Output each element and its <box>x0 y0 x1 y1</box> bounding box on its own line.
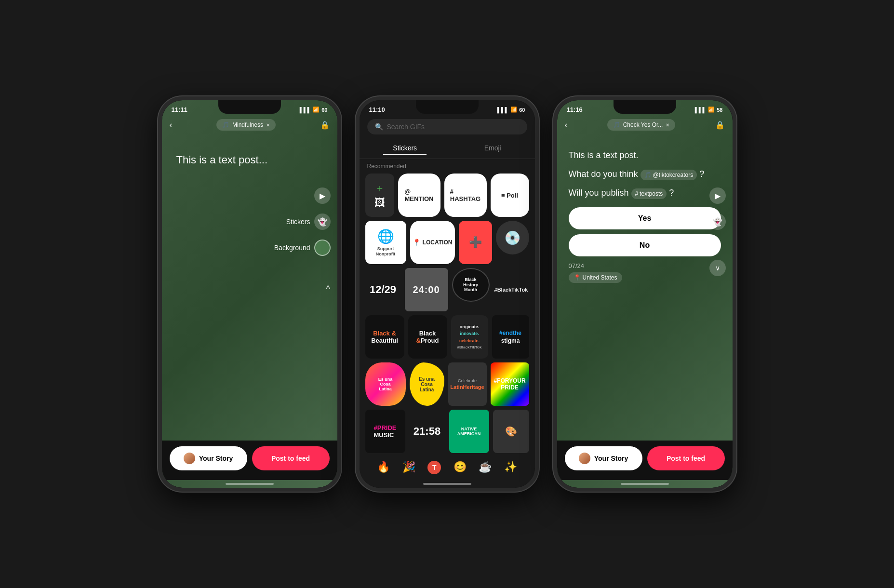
your-story-button-1[interactable]: Your Story <box>170 446 247 470</box>
sticker-cosa-latina-1[interactable]: Es unaCosaLatina <box>365 362 406 406</box>
for-pride-text: #FORYOURPRIDE <box>494 377 525 391</box>
sticker-blacktiktok[interactable]: #BlackTikTok <box>494 268 529 311</box>
stickers-control[interactable]: Stickers 👻 <box>274 214 331 230</box>
sticker-row-1: ＋ 🖼 @ MENTION # HASHTAG ≡ Poll <box>365 174 529 217</box>
sticker-black-beautiful[interactable]: Black & Beautiful <box>365 315 404 359</box>
stickers-icon[interactable]: 👻 <box>314 214 331 230</box>
sticker-medical[interactable]: ➕ <box>459 221 492 264</box>
stickers-label: Stickers <box>286 218 310 226</box>
emoji-fire[interactable]: 🔥 <box>377 461 390 474</box>
originate-hashtag: #BlackTikTok <box>457 345 482 350</box>
sticker-hashtag[interactable]: # HASHTAG <box>444 174 487 217</box>
sticker-latin-heritage[interactable]: Celebrate LatinHeritage <box>448 362 487 406</box>
search-input[interactable]: 🔍 Search GIFs <box>367 119 527 134</box>
location-pin-icon: 📍 <box>413 239 421 246</box>
music-label-3: Check Yes Or... <box>623 121 663 128</box>
sticker-tabs: Stickers Emoji <box>360 138 535 159</box>
stickers-control-3[interactable]: 👻 <box>709 214 726 230</box>
sticker-time[interactable]: 24:00 <box>405 268 448 311</box>
emoji-sparkle[interactable]: ✨ <box>504 461 517 474</box>
cosa-text2: Es unaCosaLatina <box>419 376 435 392</box>
location-tag-3: 📍 United States <box>569 272 622 283</box>
sticker-music-disc[interactable]: 💿 <box>496 221 529 254</box>
native-text: NATIVEAMERICAN <box>457 427 481 436</box>
top-bar-3: ‹ 🎵 Check Yes Or... ✕ 🔒 <box>557 115 733 134</box>
video-icon[interactable]: ▶ <box>314 187 331 204</box>
stickers-icon-3[interactable]: 👻 <box>709 214 726 230</box>
sticker-black-proud[interactable]: Black &Proud <box>408 315 447 359</box>
sticker-originate[interactable]: originate. innovate. celebrate. #BlackTi… <box>451 315 488 359</box>
sticker-poll[interactable]: ≡ Poll <box>491 174 529 217</box>
back-button-3[interactable]: ‹ <box>565 120 568 130</box>
originate-text3: celebrate. <box>459 338 480 344</box>
your-story-button-3[interactable]: Your Story <box>565 446 642 470</box>
sticker-row-4: Black & Beautiful Black &Proud originate… <box>365 315 529 359</box>
emoji-smile[interactable]: 😊 <box>454 461 467 474</box>
emoji-coffee[interactable]: ☕ <box>479 461 492 474</box>
status-time-3: 11:16 <box>567 106 583 113</box>
sticker-date[interactable]: 12/29 <box>365 268 401 311</box>
hash-icon: # <box>635 189 639 198</box>
sticker-add[interactable]: ＋ 🖼 <box>365 174 394 217</box>
textposts-tag[interactable]: # textposts <box>631 188 667 199</box>
music-icon-3: 🎵 <box>613 121 620 128</box>
music-pill-1[interactable]: 🎵 Mindfulness ✕ <box>216 119 276 131</box>
video-control-3[interactable]: ▶ <box>709 187 726 204</box>
signal-icon-3: ▌▌▌ <box>695 107 706 113</box>
location-text-3: United States <box>583 274 617 281</box>
sticker-time-2158[interactable]: 21:58 <box>409 410 445 453</box>
sticker-row-6: #PRIDEMUSIC 21:58 NATIVEAMERICAN 🎨 <box>365 410 529 453</box>
top-bar-1: ‹ 🎵 Mindfulness ✕ 🔒 <box>162 115 337 134</box>
sticker-row-2: 🌐 SupportNonprofit 📍 LOCATION ➕ 💿 <box>365 221 529 264</box>
sticker-nonprofit[interactable]: 🌐 SupportNonprofit <box>365 221 406 264</box>
poll-yes-button[interactable]: Yes <box>569 207 721 229</box>
tiktok-creators-tag[interactable]: 🎵 @tiktokcreators <box>640 170 697 180</box>
chevron-down-button-3[interactable]: ∨ <box>709 260 726 276</box>
sticker-cosa-latina-2[interactable]: Es unaCosaLatina <box>410 362 444 406</box>
background-control[interactable]: Background <box>274 240 331 256</box>
sticker-pattern[interactable]: 🎨 <box>493 410 529 453</box>
nonprofit-label: SupportNonprofit <box>376 246 396 257</box>
beautiful-text: Beautiful <box>371 337 398 344</box>
time-text: 24:00 <box>413 284 440 295</box>
sticker-mention[interactable]: @ MENTION <box>398 174 440 217</box>
tab-stickers[interactable]: Stickers <box>383 142 427 155</box>
sticker-black-history[interactable]: BlackHistoryMonth <box>452 268 490 302</box>
sticker-end-stigma[interactable]: #endthe stigma <box>492 315 529 359</box>
black-history-text: BlackHistoryMonth <box>463 277 478 293</box>
your-story-label-3: Your Story <box>594 454 628 462</box>
sticker-location[interactable]: 📍 LOCATION <box>410 221 455 264</box>
wifi-icon-3: 📶 <box>708 107 715 113</box>
q2-end: ? <box>669 188 674 198</box>
post-to-feed-button-3[interactable]: Post to feed <box>647 446 725 470</box>
signal-icon-2: ▌▌▌ <box>497 107 508 113</box>
phone-2: 11:10 ▌▌▌ 📶 60 🔍 Search GIFs Stickers Em… <box>356 96 539 492</box>
sticker-for-pride[interactable]: #FORYOURPRIDE <box>491 362 529 406</box>
home-indicator-3 <box>621 483 669 485</box>
sticker-native-american[interactable]: NATIVEAMERICAN <box>449 410 489 453</box>
background-icon[interactable] <box>314 240 331 256</box>
background-label: Background <box>274 244 310 252</box>
lock-icon-1[interactable]: 🔒 <box>320 120 330 130</box>
sticker-pride-music[interactable]: #PRIDEMUSIC <box>365 410 405 453</box>
bottom-bar-1: Your Story Post to feed <box>162 441 337 480</box>
battery-icon-3: 58 <box>717 107 722 113</box>
phone-3: 11:16 ▌▌▌ 📶 58 ‹ 🎵 Check Yes Or... ✕ 🔒 <box>553 96 736 492</box>
lock-icon-3[interactable]: 🔒 <box>715 120 725 130</box>
search-icon: 🔍 <box>375 123 383 131</box>
video-icon-3[interactable]: ▶ <box>709 187 726 204</box>
tab-emoji[interactable]: Emoji <box>475 142 511 155</box>
poll-no-button[interactable]: No <box>569 234 721 256</box>
back-button-1[interactable]: ‹ <box>170 120 173 130</box>
video-control[interactable]: ▶ <box>274 187 331 204</box>
music-close-3[interactable]: ✕ <box>666 122 669 128</box>
sticker-row-5: Es unaCosaLatina Es unaCosaLatina Celebr… <box>365 362 529 406</box>
post-to-feed-button-1[interactable]: Post to feed <box>252 446 330 470</box>
medical-icon: ➕ <box>469 236 482 249</box>
music-close-1[interactable]: ✕ <box>266 122 270 128</box>
chevron-up-1[interactable]: ^ <box>326 284 330 295</box>
emoji-t[interactable]: T <box>427 461 441 474</box>
music-pill-3[interactable]: 🎵 Check Yes Or... ✕ <box>607 119 676 131</box>
emoji-party[interactable]: 🎉 <box>402 461 415 474</box>
status-icons-2: ▌▌▌ 📶 60 <box>497 107 525 113</box>
